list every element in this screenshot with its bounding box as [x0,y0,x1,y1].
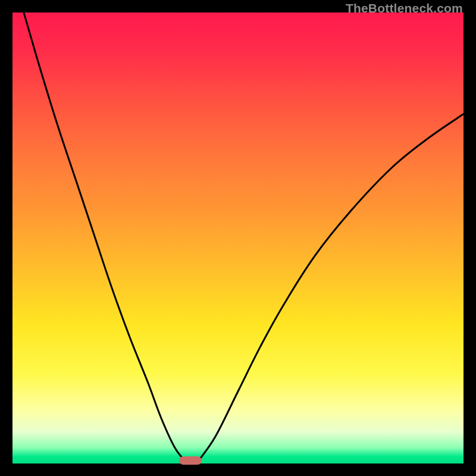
watermark-text: TheBottleneck.com [346,1,463,15]
bottleneck-curve [12,12,464,464]
optimal-marker [179,456,202,465]
plot-area [12,12,464,464]
